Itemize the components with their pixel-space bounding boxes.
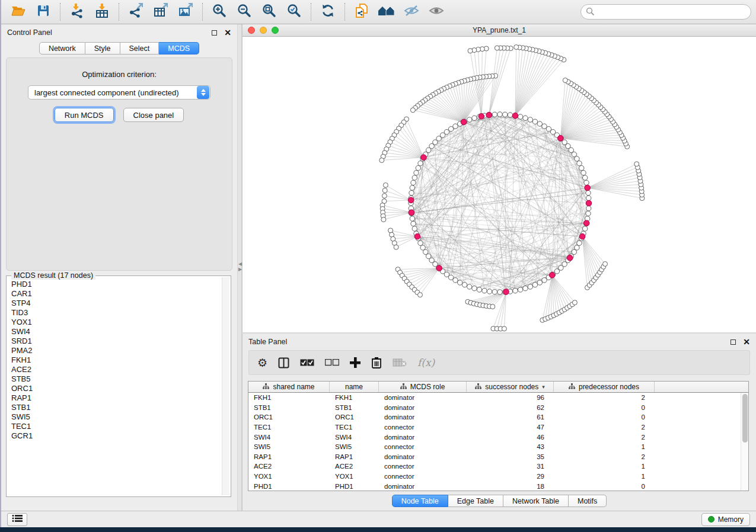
cell-predecessor-nodes: 2 (554, 434, 655, 441)
result-node[interactable]: PMA2 (11, 346, 218, 355)
table-row[interactable]: PHD1PHD1dominator180 (248, 481, 741, 491)
select-all-checkboxes-icon[interactable] (300, 354, 314, 371)
open-file-button[interactable] (6, 2, 31, 22)
tab-mcds[interactable]: MCDS (159, 42, 199, 55)
table-row[interactable]: FKH1FKH1dominator962 (248, 393, 741, 403)
cell-predecessor-nodes: 1 (554, 473, 655, 480)
zoom-selected-button[interactable] (282, 2, 307, 22)
add-column-icon[interactable] (350, 354, 361, 371)
result-node[interactable]: TEC1 (11, 422, 218, 431)
import-network-button[interactable] (65, 2, 90, 22)
column-header-name[interactable]: name (330, 382, 379, 392)
cell-name: SWI4 (330, 434, 379, 441)
cell-predecessor-nodes: 1 (554, 443, 655, 450)
result-node[interactable]: RAP1 (11, 393, 218, 403)
delete-column-icon[interactable] (371, 354, 382, 371)
show-all-button[interactable] (424, 2, 449, 22)
tab-motifs[interactable]: Motifs (569, 495, 607, 507)
table-row[interactable]: RAP1RAP1dominator352 (248, 452, 741, 462)
zoom-out-button[interactable] (232, 2, 257, 22)
run-mcds-button[interactable]: Run MCDS (55, 108, 114, 122)
duplicate-network-button[interactable] (349, 2, 374, 22)
table-row[interactable]: YOX1YOX1connector291 (248, 472, 741, 482)
result-node[interactable]: ACE2 (11, 365, 218, 374)
result-node[interactable]: SWI4 (11, 327, 218, 336)
close-panel-icon[interactable]: ✕ (224, 30, 231, 36)
clear-selection-checkboxes-icon[interactable] (325, 354, 339, 371)
tab-network[interactable]: Network (39, 42, 85, 55)
table-row[interactable]: ACE2ACE2connector311 (248, 462, 741, 472)
task-history-button[interactable] (7, 513, 27, 526)
houses-icon (378, 4, 395, 20)
zoom-fit-icon (261, 3, 277, 21)
toolbar-separator (119, 3, 119, 21)
table-row[interactable]: STB1STB1dominator620 (248, 403, 741, 413)
cell-MCDS-role: dominator (379, 414, 467, 421)
import-table-button[interactable] (90, 2, 114, 22)
result-node[interactable]: STB5 (11, 374, 218, 384)
table-row[interactable]: TEC1TEC1connector472 (248, 422, 741, 432)
save-session-button[interactable] (31, 2, 56, 22)
search-input[interactable] (580, 4, 751, 20)
tab-node-table[interactable]: Node Table (392, 495, 448, 507)
tab-style[interactable]: Style (85, 42, 120, 55)
hide-selected-button[interactable] (399, 2, 424, 22)
result-node[interactable]: GCR1 (11, 431, 218, 441)
column-header-successor-nodes[interactable]: successor nodes▾ (467, 382, 554, 392)
result-node[interactable]: PHD1 (11, 280, 218, 289)
result-node[interactable]: CAR1 (11, 289, 218, 299)
column-header-shared-name[interactable]: shared name (248, 382, 330, 392)
tab-select[interactable]: Select (120, 42, 160, 55)
cell-shared-name: PHD1 (248, 483, 330, 490)
float-panel-icon[interactable] (731, 339, 736, 345)
column-header-predecessor-nodes[interactable]: predecessor nodes (554, 382, 655, 392)
result-list-scrollbar[interactable] (222, 277, 229, 495)
result-node[interactable]: FKH1 (11, 355, 218, 365)
network-canvas[interactable] (243, 37, 756, 332)
result-node[interactable]: SWI5 (11, 412, 218, 422)
duplicate-network-icon (354, 3, 369, 21)
zoom-fit-button[interactable] (257, 2, 282, 22)
table-row[interactable]: SWI5SWI5connector431 (248, 442, 741, 452)
close-panel-icon[interactable]: ✕ (743, 339, 750, 345)
control-panel-title: Control Panel (7, 28, 52, 37)
zoom-in-button[interactable] (207, 2, 232, 22)
first-neighbors-button[interactable] (374, 2, 399, 22)
float-panel-icon[interactable] (212, 30, 217, 36)
tab-edge-table[interactable]: Edge Table (448, 495, 503, 507)
panel-splitter[interactable]: ◀▶ (237, 24, 242, 511)
result-node[interactable]: TID3 (11, 308, 218, 318)
column-header-MCDS-role[interactable]: MCDS role (379, 382, 467, 392)
memory-label: Memory (718, 515, 744, 524)
result-node[interactable]: ORC1 (11, 384, 218, 393)
cell-name: RAP1 (330, 453, 379, 460)
export-image-button[interactable] (173, 2, 198, 22)
cell-predecessor-nodes: 0 (554, 414, 655, 421)
cell-name: STB1 (330, 404, 379, 411)
tab-network-table[interactable]: Network Table (503, 495, 569, 507)
network-view-window: YPA_prune.txt_1 (242, 24, 756, 332)
memory-button[interactable]: Memory (701, 513, 750, 526)
table-scrollbar[interactable] (741, 393, 748, 491)
show-columns-icon[interactable] (278, 354, 289, 371)
scrollbar-thumb[interactable] (742, 394, 748, 443)
mcds-result-box: MCDS result (17 nodes) PHD1CAR1STP4TID3Y… (6, 275, 231, 497)
export-table-button[interactable] (148, 2, 173, 22)
result-node[interactable]: STB1 (11, 403, 218, 412)
table-options-gear-icon[interactable]: ⚙ (257, 354, 267, 371)
function-builder-icon: f(x) (417, 354, 435, 371)
node-table: shared namenameMCDS rolesuccessor nodes▾… (248, 381, 749, 491)
result-node[interactable]: YOX1 (11, 318, 218, 327)
result-node[interactable]: SRD1 (11, 336, 218, 346)
criterion-select[interactable]: largest connected component (undirected) (28, 85, 210, 100)
mcds-result-list: PHD1CAR1STP4TID3YOX1SWI4SRD1PMA2FKH1ACE2… (8, 277, 222, 495)
cell-predecessor-nodes: 0 (554, 483, 655, 490)
close-panel-button[interactable]: Close panel (123, 108, 184, 122)
refresh-icon (320, 3, 336, 21)
table-row[interactable]: ORC1ORC1dominator610 (248, 412, 741, 422)
result-node[interactable]: STP4 (11, 299, 218, 308)
table-row[interactable]: SWI4SWI4dominator462 (248, 432, 741, 442)
export-network-button[interactable] (123, 2, 148, 22)
refresh-layout-button[interactable] (315, 2, 340, 22)
toolbar-separator (60, 3, 60, 21)
